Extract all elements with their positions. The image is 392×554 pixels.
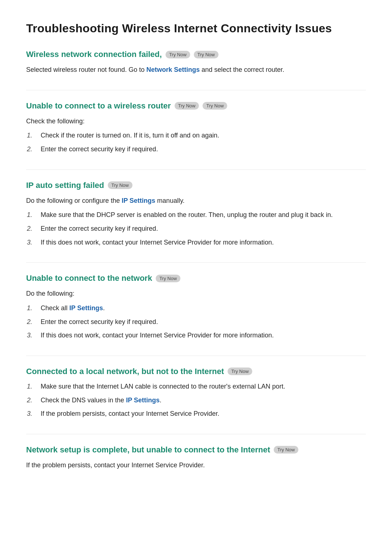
list-item: Check all IP Settings.: [37, 303, 366, 314]
section-title-wireless-failed: Wireless network connection failed,: [26, 50, 162, 59]
page-title: Troubleshooting Wireless Internet Connec…: [26, 22, 366, 35]
section-title-unable-network: Unable to connect to the network: [26, 274, 152, 283]
section-title-unable-router: Unable to connect to a wireless router: [26, 101, 171, 111]
section-unable-network: Unable to connect to the network Try Now…: [26, 262, 366, 341]
list-item: Make sure that the Internet LAN cable is…: [37, 381, 366, 392]
try-now-button-4[interactable]: Try Now: [156, 275, 180, 282]
section-setup-complete: Network setup is complete, but unable to…: [26, 434, 366, 471]
list-item: Enter the correct security key if requir…: [37, 317, 366, 328]
section-body-wireless-failed: Selected wireless router not found. Go t…: [26, 64, 366, 75]
unable-router-list: Check if the router is turned on. If it …: [26, 130, 366, 155]
list-item: Make sure that the DHCP server is enable…: [37, 210, 366, 221]
unable-network-intro: Do the following:: [26, 288, 366, 299]
section-unable-router: Unable to connect to a wireless router T…: [26, 90, 366, 155]
try-now-button-1b[interactable]: Try Now: [194, 51, 219, 58]
section-body-ip-auto-failed: Do the following or configure the IP Set…: [26, 195, 366, 248]
section-header-unable-router: Unable to connect to a wireless router T…: [26, 101, 366, 111]
wireless-failed-text: Selected wireless router not found. Go t…: [26, 64, 366, 75]
section-body-unable-network: Do the following: Check all IP Settings.…: [26, 288, 366, 341]
section-body-setup-complete: If the problem persists, contact your In…: [26, 460, 366, 471]
section-header-setup-complete: Network setup is complete, but unable to…: [26, 445, 366, 455]
list-item: Check the DNS values in the IP Settings.: [37, 395, 366, 406]
section-title-connected-local: Connected to a local network, but not to…: [26, 367, 224, 376]
ip-settings-link-1[interactable]: IP Settings: [122, 197, 155, 204]
list-item: If this does not work, contact your Inte…: [37, 237, 366, 248]
section-header: Wireless network connection failed, Try …: [26, 50, 366, 59]
ip-auto-failed-list: Make sure that the DHCP server is enable…: [26, 210, 366, 248]
connected-local-list: Make sure that the Internet LAN cable is…: [26, 381, 366, 419]
try-now-button-1a[interactable]: Try Now: [166, 51, 190, 58]
list-item: If this does not work, contact your Inte…: [37, 330, 366, 341]
ip-settings-link-3[interactable]: IP Settings: [126, 397, 160, 404]
section-body-unable-router: Check the following: Check if the router…: [26, 116, 366, 155]
list-item: Enter the correct security key if requir…: [37, 223, 366, 234]
list-item: Check if the router is turned on. If it …: [37, 130, 366, 141]
section-body-connected-local: Make sure that the Internet LAN cable is…: [26, 381, 366, 419]
ip-auto-failed-intro: Do the following or configure the IP Set…: [26, 195, 366, 206]
try-now-button-6[interactable]: Try Now: [274, 446, 298, 454]
ip-settings-link-2[interactable]: IP Settings: [69, 304, 103, 312]
list-item: Enter the correct security key if requir…: [37, 144, 366, 155]
section-wireless-failed: Wireless network connection failed, Try …: [26, 50, 366, 75]
section-title-ip-auto-failed: IP auto setting failed: [26, 181, 104, 190]
network-settings-link[interactable]: Network Settings: [146, 66, 200, 73]
section-header-connected-local: Connected to a local network, but not to…: [26, 367, 366, 376]
setup-complete-text: If the problem persists, contact your In…: [26, 460, 366, 471]
list-item: If the problem persists, contact your In…: [37, 409, 366, 419]
try-now-button-2a[interactable]: Try Now: [175, 102, 199, 110]
section-header-ip-auto-failed: IP auto setting failed Try Now: [26, 181, 366, 190]
try-now-button-5[interactable]: Try Now: [228, 368, 252, 375]
unable-network-list: Check all IP Settings. Enter the correct…: [26, 303, 366, 341]
try-now-button-2b[interactable]: Try Now: [203, 102, 227, 110]
try-now-button-3[interactable]: Try Now: [108, 181, 132, 189]
unable-router-intro: Check the following:: [26, 116, 366, 127]
section-connected-local: Connected to a local network, but not to…: [26, 356, 366, 419]
section-ip-auto-failed: IP auto setting failed Try Now Do the fo…: [26, 169, 366, 248]
section-title-setup-complete: Network setup is complete, but unable to…: [26, 445, 270, 455]
section-header-unable-network: Unable to connect to the network Try Now: [26, 274, 366, 283]
